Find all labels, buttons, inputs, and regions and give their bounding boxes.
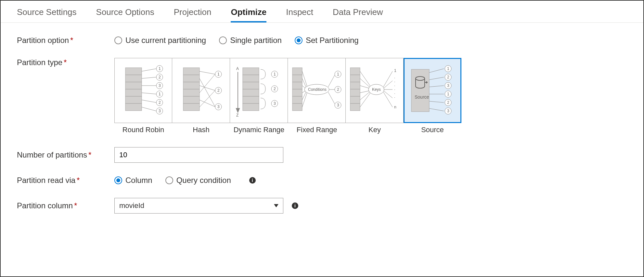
svg-text:1: 1 xyxy=(159,66,161,71)
svg-text:3: 3 xyxy=(337,103,339,107)
tab-projection[interactable]: Projection xyxy=(174,7,212,22)
svg-text:3: 3 xyxy=(447,109,449,113)
radio-column[interactable]: Column xyxy=(114,176,152,185)
svg-rect-50 xyxy=(243,96,259,104)
svg-line-123 xyxy=(429,108,444,111)
svg-text:2: 2 xyxy=(447,75,449,79)
svg-text:1: 1 xyxy=(217,72,220,76)
partition-option-label: Partition option* xyxy=(17,36,114,45)
partition-read-via-label: Partition read via* xyxy=(17,176,114,185)
svg-rect-3 xyxy=(125,89,142,96)
tab-source-settings[interactable]: Source Settings xyxy=(17,7,77,22)
svg-rect-85 xyxy=(350,104,360,111)
svg-rect-106 xyxy=(411,69,429,112)
tabs-bar: Source Settings Source Options Projectio… xyxy=(1,1,643,23)
num-partitions-label: Number of partitions* xyxy=(17,150,114,159)
partition-type-hash[interactable]: 1 2 3 xyxy=(172,58,230,123)
pt-label-fixed-range: Fixed Range xyxy=(288,126,346,134)
pt-label-dynamic-range: Dynamic Range xyxy=(230,126,288,134)
svg-rect-51 xyxy=(243,104,259,111)
svg-rect-29 xyxy=(183,104,200,111)
radio-use-current-partitioning[interactable]: Use current partitioning xyxy=(114,36,206,45)
svg-line-102 xyxy=(384,81,393,88)
svg-line-111 xyxy=(429,77,444,80)
svg-text:3: 3 xyxy=(159,109,161,113)
svg-line-18 xyxy=(142,100,156,103)
svg-line-39 xyxy=(200,74,215,93)
svg-rect-61 xyxy=(292,89,302,96)
svg-text:2: 2 xyxy=(217,88,220,93)
svg-line-68 xyxy=(302,91,305,93)
svg-rect-5 xyxy=(125,104,142,111)
svg-rect-0 xyxy=(125,68,142,75)
partition-type-round-robin[interactable]: 1 2 3 1 2 3 xyxy=(114,58,172,123)
partition-column-select[interactable]: movieId xyxy=(114,198,283,214)
svg-text:3: 3 xyxy=(217,104,220,109)
svg-rect-47 xyxy=(243,75,259,82)
svg-rect-1 xyxy=(125,75,142,82)
svg-text:A: A xyxy=(236,66,239,71)
svg-line-77 xyxy=(328,75,335,87)
partition-type-fixed-range[interactable]: Conditions 1 2 3 xyxy=(288,58,346,123)
svg-line-89 xyxy=(360,86,369,88)
svg-rect-82 xyxy=(350,82,360,89)
partition-type-source[interactable]: Source 1 2 3 1 2 3 xyxy=(404,58,461,123)
svg-text:2: 2 xyxy=(447,100,449,105)
svg-text:2: 2 xyxy=(159,75,161,79)
info-icon[interactable]: i xyxy=(249,177,256,184)
svg-rect-2 xyxy=(125,82,142,89)
svg-text:1: 1 xyxy=(337,72,339,76)
svg-text:1: 1 xyxy=(274,72,276,76)
svg-line-15 xyxy=(142,93,156,94)
partition-type-key[interactable]: Keys 1 ··· ··· n xyxy=(346,58,404,123)
svg-text:1: 1 xyxy=(159,92,161,96)
svg-rect-62 xyxy=(292,96,302,104)
svg-text:2: 2 xyxy=(159,100,161,105)
svg-rect-27 xyxy=(183,89,200,96)
svg-text:1: 1 xyxy=(447,92,449,96)
svg-rect-49 xyxy=(243,89,259,96)
svg-line-87 xyxy=(360,71,370,86)
svg-text:n: n xyxy=(394,105,396,109)
svg-rect-48 xyxy=(243,82,259,89)
pt-label-hash: Hash xyxy=(172,126,230,134)
svg-rect-24 xyxy=(183,68,200,75)
svg-line-40 xyxy=(200,100,215,107)
fixed-range-conditions-label: Conditions xyxy=(308,87,327,92)
tab-optimize[interactable]: Optimize xyxy=(231,7,266,22)
svg-rect-26 xyxy=(183,82,200,89)
svg-rect-80 xyxy=(350,68,360,75)
svg-rect-60 xyxy=(292,82,302,89)
tab-source-options[interactable]: Source Options xyxy=(96,7,154,22)
svg-text:1: 1 xyxy=(394,68,396,73)
svg-rect-81 xyxy=(350,75,360,82)
partition-type-label: Partition type* xyxy=(17,58,114,67)
radio-single-partition[interactable]: Single partition xyxy=(219,36,282,45)
svg-text:3: 3 xyxy=(274,101,276,106)
svg-line-90 xyxy=(360,91,369,93)
pt-label-round-robin: Round Robin xyxy=(114,126,172,134)
svg-line-104 xyxy=(384,91,393,98)
svg-line-120 xyxy=(429,101,444,103)
svg-text:3: 3 xyxy=(447,83,449,88)
svg-rect-28 xyxy=(183,96,200,104)
tab-data-preview[interactable]: Data Preview xyxy=(333,7,383,22)
svg-line-67 xyxy=(302,86,305,88)
partition-column-label: Partition column* xyxy=(17,201,114,210)
svg-rect-84 xyxy=(350,96,360,104)
svg-text:3: 3 xyxy=(159,83,161,88)
svg-text:1: 1 xyxy=(447,66,449,71)
num-partitions-input[interactable] xyxy=(114,147,283,163)
svg-line-36 xyxy=(200,71,215,74)
info-icon[interactable]: i xyxy=(292,202,298,209)
svg-rect-46 xyxy=(243,68,259,75)
pt-label-key: Key xyxy=(346,126,404,134)
svg-line-108 xyxy=(429,69,444,73)
partition-type-dynamic-range[interactable]: A Z 1 2 3 xyxy=(230,58,288,123)
svg-line-92 xyxy=(360,93,370,107)
radio-set-partitioning[interactable]: Set Partitioning xyxy=(295,36,359,45)
svg-text:2: 2 xyxy=(274,87,276,91)
radio-query-condition[interactable]: Query condition xyxy=(165,176,231,185)
svg-text:Z: Z xyxy=(236,113,238,118)
tab-inspect[interactable]: Inspect xyxy=(286,7,313,22)
